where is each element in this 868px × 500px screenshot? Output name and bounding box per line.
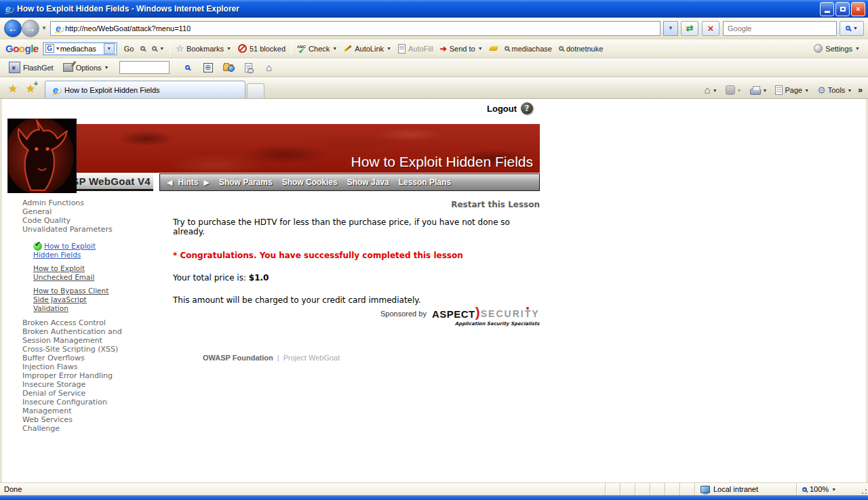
go-button[interactable]: Go xyxy=(121,41,138,56)
autofill-icon xyxy=(398,44,406,54)
back-button[interactable]: ← xyxy=(4,20,22,37)
address-field[interactable]: e xyxy=(50,21,660,36)
sidebar-category-insecure-configuration[interactable]: Insecure Configuration Management xyxy=(22,398,130,415)
favorites-button[interactable]: ★ xyxy=(4,81,22,97)
settings-button[interactable]: Settings ▼ xyxy=(814,44,863,53)
lesson-link-unchecked-email[interactable]: How to Exploit Unchecked Email xyxy=(33,264,94,281)
dropdown-icon: ▼ xyxy=(226,46,231,51)
sidebar-category-denial-of-service[interactable]: Denial of Service xyxy=(22,389,130,398)
menu-show-cookies[interactable]: Show Cookies xyxy=(282,178,338,187)
restore-button[interactable] xyxy=(835,2,850,16)
popup-blocker-button[interactable]: 51 blocked xyxy=(235,41,289,56)
print-button[interactable]: ▼ xyxy=(747,85,771,96)
status-segment xyxy=(650,483,665,495)
search-dropdown-icon[interactable]: ▼ xyxy=(853,26,858,30)
flashget-search-input[interactable] xyxy=(119,61,170,74)
sidebar-category-unvalidated-parameters[interactable]: Unvalidated Parameters xyxy=(22,225,131,234)
search-go-button[interactable]: ▼ xyxy=(840,21,864,36)
hints-next-icon[interactable]: ▶ xyxy=(203,178,209,187)
lesson-instruction: Try to purchase the HDTV for less than t… xyxy=(173,217,540,236)
url-input[interactable] xyxy=(64,24,658,33)
tab-active[interactable]: e How to Exploit Hidden Fields xyxy=(45,81,245,98)
lesson-link-hidden-fields[interactable]: How to Exploit Hidden Fields xyxy=(33,242,96,259)
autolink-button[interactable]: AutoLink ▼ xyxy=(340,41,395,56)
forward-button[interactable]: → xyxy=(22,20,39,37)
spellcheck-button[interactable]: ABC✔ Check ▼ xyxy=(294,41,340,56)
sponsored-by-label: Sponsored by xyxy=(380,310,427,318)
search-input[interactable] xyxy=(726,24,833,33)
close-button[interactable]: × xyxy=(851,2,865,16)
sidebar-category-challenge[interactable]: Challenge xyxy=(22,424,130,433)
sidebar-category-code-quality[interactable]: Code Quality xyxy=(22,216,131,225)
hints-prev-icon[interactable]: ◀ xyxy=(167,178,172,187)
sidebar-category-xss[interactable]: Cross-Site Scripting (XSS) xyxy=(22,345,130,354)
new-tab-button[interactable] xyxy=(247,83,264,98)
page-menu-button[interactable]: Page▼ xyxy=(772,84,812,96)
resize-grip[interactable] xyxy=(859,483,868,495)
lesson-content: Restart this Lesson Try to purchase the … xyxy=(173,200,540,471)
google-search-value[interactable]: mediachas xyxy=(60,45,102,53)
add-favorite-icon: ★+ xyxy=(26,83,35,95)
lesson-title: How to Exploit Hidden Fields xyxy=(351,154,540,173)
footer-owasp-link[interactable]: OWASP Foundation xyxy=(203,354,273,362)
flashget-download-page-button[interactable] xyxy=(240,60,258,75)
logout-button[interactable]: Logout xyxy=(487,104,517,114)
sidebar-category-error-handling[interactable]: Improper Error Handling xyxy=(22,371,130,380)
footer-project-link[interactable]: Project WebGoat xyxy=(283,354,340,362)
zone-label: Local intranet xyxy=(713,485,758,493)
tools-menu-button[interactable]: ⚙Tools▼ xyxy=(814,84,855,96)
menu-show-java[interactable]: Show Java xyxy=(347,178,389,187)
page-link-icon xyxy=(245,63,252,72)
zoom-dropdown-icon[interactable]: ▼ xyxy=(831,487,836,492)
menu-show-params[interactable]: Show Params xyxy=(219,178,273,187)
help-button[interactable]: ? xyxy=(521,102,533,114)
address-dropdown-button[interactable]: ▼ xyxy=(663,21,678,36)
google-toolbar: Google G ▼ mediachas ▼ Go ▼ ☆ Bookmarks … xyxy=(0,39,868,58)
sidebar-category-buffer-overflows[interactable]: Buffer Overflows xyxy=(22,354,130,362)
dotnetnuke-label: dotnetnuke xyxy=(566,45,603,53)
sidebar-category-insecure-storage[interactable]: Insecure Storage xyxy=(22,380,130,389)
sendto-button[interactable]: ➔ Send to ▼ xyxy=(437,41,486,56)
dropdown-icon[interactable]: ▼ xyxy=(159,46,164,51)
search-box[interactable] xyxy=(723,21,837,36)
google-search-combo[interactable]: G ▼ mediachas ▼ xyxy=(43,42,117,56)
toolbar-overflow-icon[interactable]: » xyxy=(858,85,863,95)
bookmarks-star-icon: ☆ xyxy=(176,43,184,54)
stop-button[interactable]: × xyxy=(702,21,719,36)
bookmarks-button[interactable]: ☆ Bookmarks ▼ xyxy=(172,41,235,56)
zoom-control[interactable]: 100% ▼ xyxy=(796,483,859,495)
menu-hints[interactable]: Hints xyxy=(178,178,198,187)
sidebar-category-web-services[interactable]: Web Services xyxy=(22,415,130,424)
sidebar-category-admin-functions[interactable]: Admin Functions xyxy=(22,199,131,207)
flashget-site-explorer-button[interactable]: ⊕ xyxy=(199,60,217,75)
add-favorite-button[interactable]: ★+ xyxy=(22,81,39,97)
search-site-button[interactable] xyxy=(137,41,149,56)
search-site2-button[interactable]: ▼ xyxy=(149,41,167,56)
highlighter-button[interactable] xyxy=(486,41,501,56)
minimize-button[interactable] xyxy=(820,2,834,16)
sidebar-category-injection-flaws[interactable]: Injection Flaws xyxy=(22,362,130,371)
status-text: Done xyxy=(0,483,605,495)
flashget-options-button[interactable]: Options ▼ xyxy=(60,60,113,75)
home-button[interactable]: ⌂▼ xyxy=(701,84,721,96)
sidebar-category-general[interactable]: General xyxy=(22,207,131,216)
refresh-button[interactable]: ⇄ xyxy=(681,21,698,36)
flashget-button[interactable]: » FlashGet xyxy=(5,60,57,75)
autolink-label: AutoLink xyxy=(355,45,384,53)
menu-lesson-plans[interactable]: Lesson Plans xyxy=(399,178,451,187)
history-dropdown-icon[interactable]: ▼ xyxy=(41,25,47,31)
flashget-folder-button[interactable] xyxy=(220,60,237,75)
google-search-dropdown[interactable]: ▼ xyxy=(104,43,115,54)
flashget-home-button[interactable]: ⌂ xyxy=(260,60,278,75)
dotnetnuke-button[interactable]: dotnetnuke xyxy=(555,41,606,56)
flashget-icon: » xyxy=(9,62,20,73)
g-dropdown-icon[interactable]: ▼ xyxy=(56,46,60,51)
sidebar-category-broken-access-control[interactable]: Broken Access Control xyxy=(22,318,130,327)
restart-lesson-link[interactable]: Restart this Lesson xyxy=(173,200,540,209)
sidebar-category-broken-authentication[interactable]: Broken Authentication and Session Manage… xyxy=(22,327,130,345)
mediachase-button[interactable]: mediachase xyxy=(501,41,555,56)
lesson-link-js-validation[interactable]: How to Bypass Client Side JavaScript Val… xyxy=(33,287,108,312)
mediachase-label: mediachase xyxy=(512,45,552,53)
status-segment xyxy=(635,483,650,495)
flashget-search-button[interactable] xyxy=(179,60,197,75)
